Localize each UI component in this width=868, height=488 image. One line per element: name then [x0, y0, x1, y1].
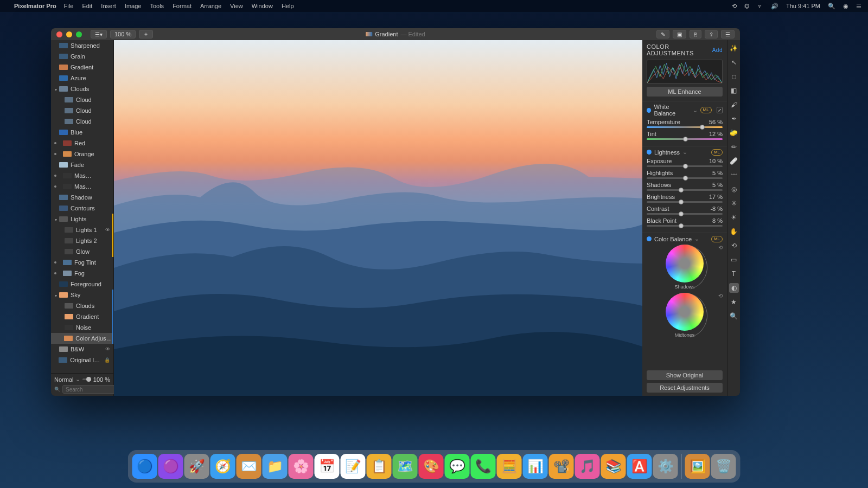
exposure-slider[interactable]: [647, 165, 723, 167]
dock-app[interactable]: 🅰️: [627, 454, 652, 479]
layer-row[interactable]: Cloud: [51, 94, 113, 105]
layer-row[interactable]: Azure: [51, 73, 113, 84]
midtones-color-wheel[interactable]: ⟲Midtones: [647, 293, 723, 338]
distort-tool-icon[interactable]: 〰: [729, 170, 739, 180]
section-toggle-dot[interactable]: [647, 108, 651, 113]
layer-row[interactable]: Fade: [51, 159, 113, 170]
menu-view[interactable]: View: [230, 3, 243, 9]
style-tool-icon[interactable]: ✨: [729, 43, 739, 53]
brightness-slider[interactable]: [647, 201, 723, 203]
layer-row[interactable]: Gradient: [51, 62, 113, 73]
dock-app[interactable]: 🟣: [158, 454, 183, 479]
zoom-level-button[interactable]: 100 %: [110, 30, 136, 38]
dock-app[interactable]: 📞: [471, 454, 496, 479]
crop-tool-button[interactable]: ▣: [673, 30, 686, 38]
inspector-toggle-button[interactable]: ☰: [721, 30, 735, 38]
repair-tool-icon[interactable]: ✋: [729, 227, 739, 236]
layer-row[interactable]: Lights 1👁: [51, 224, 113, 235]
dock-app[interactable]: 🧭: [210, 454, 235, 479]
layer-opacity-slider[interactable]: [82, 378, 91, 380]
add-adjustment-button[interactable]: Add: [712, 47, 723, 53]
airdrop-icon[interactable]: ⏣: [744, 3, 750, 10]
dock-app[interactable]: 📁: [263, 454, 288, 479]
dock-app[interactable]: ✉️: [237, 454, 261, 479]
dock-app[interactable]: 🖼️: [685, 454, 710, 479]
edit-tool-button[interactable]: ✎: [656, 30, 669, 38]
erase-tool-icon[interactable]: 🧽: [729, 128, 739, 138]
layer-row[interactable]: Mas…: [51, 170, 113, 181]
blend-mode-select[interactable]: Normal: [54, 376, 73, 383]
dock-app[interactable]: 🗑️: [711, 454, 736, 479]
dock-app[interactable]: 📚: [601, 454, 626, 479]
eyedropper-icon[interactable]: ⤢: [717, 107, 723, 113]
layer-row[interactable]: Orange: [51, 149, 113, 159]
notification-center-icon[interactable]: ☰: [856, 3, 861, 10]
dock-app[interactable]: 📊: [523, 454, 548, 479]
layer-row[interactable]: Lights 2: [51, 235, 113, 246]
reset-adjustments-button[interactable]: Reset Adjustments: [647, 383, 723, 393]
layer-row[interactable]: Shadow: [51, 192, 113, 203]
layer-row[interactable]: Grain: [51, 51, 113, 62]
menu-image[interactable]: Image: [125, 3, 142, 9]
clone-tool-icon[interactable]: ◎: [729, 184, 739, 194]
dock-app[interactable]: 📽️: [549, 454, 574, 479]
marquee-tool-icon[interactable]: ◻: [729, 72, 739, 81]
layer-row[interactable]: Blue: [51, 127, 113, 138]
favorites-tool-icon[interactable]: ★: [729, 297, 739, 307]
dock-app[interactable]: 🧮: [497, 454, 522, 479]
layer-row[interactable]: Clouds: [51, 300, 113, 311]
minimize-button[interactable]: [66, 31, 72, 37]
shape-tool-icon[interactable]: ▭: [729, 255, 739, 265]
effects-tool-icon[interactable]: ✳: [729, 198, 739, 208]
layer-row[interactable]: Noise: [51, 322, 113, 333]
dock-app[interactable]: 🎵: [575, 454, 600, 479]
spotlight-icon[interactable]: 🔍: [828, 3, 835, 10]
dock-app[interactable]: 🚀: [184, 454, 209, 479]
type-tool-icon[interactable]: ✏: [729, 142, 739, 152]
color-adjustments-tool-icon[interactable]: ◐: [729, 283, 739, 293]
dock-app[interactable]: 🔵: [132, 454, 157, 479]
sidebar-toggle-button[interactable]: ☰▾: [91, 30, 107, 38]
ml-badge[interactable]: ML: [700, 107, 712, 113]
siri-icon[interactable]: ◉: [843, 3, 848, 10]
reshape-tool-icon[interactable]: ⟲: [729, 241, 739, 251]
dock-app[interactable]: ⚙️: [653, 454, 678, 479]
layer-row[interactable]: Foreground: [51, 279, 113, 290]
text-tool-icon[interactable]: T: [729, 269, 739, 279]
layer-row[interactable]: ▾Sky: [51, 290, 113, 300]
layer-row[interactable]: Red: [51, 138, 113, 149]
dock-app[interactable]: 🎨: [419, 454, 444, 479]
menu-insert[interactable]: Insert: [101, 3, 116, 9]
fullscreen-button[interactable]: [76, 31, 82, 37]
dock-app[interactable]: 💬: [445, 454, 470, 479]
reset-icon[interactable]: ⟲: [718, 245, 723, 251]
export-button[interactable]: ⎘: [690, 30, 701, 38]
layer-row[interactable]: Contours: [51, 203, 113, 214]
contrast-slider[interactable]: [647, 213, 723, 215]
app-name[interactable]: Pixelmator Pro: [14, 3, 56, 9]
layer-row[interactable]: Mas…: [51, 181, 113, 192]
layer-row[interactable]: Original Image🔒: [51, 355, 113, 365]
add-tab-button[interactable]: ＋: [139, 30, 153, 38]
layer-row[interactable]: Cloud: [51, 116, 113, 127]
zoom-tool-icon[interactable]: 🔍: [729, 311, 739, 321]
volume-icon[interactable]: 🔊: [771, 3, 778, 10]
tint-slider[interactable]: [647, 138, 723, 140]
arrange-tool-icon[interactable]: ◧: [729, 86, 739, 95]
pen-tool-icon[interactable]: ✒: [729, 114, 739, 124]
menu-format[interactable]: Format: [173, 3, 192, 9]
retouch-tool-icon[interactable]: 🩹: [729, 156, 739, 166]
layer-row[interactable]: Sharpened: [51, 40, 113, 51]
dock-app[interactable]: 🗺️: [393, 454, 418, 479]
reset-icon[interactable]: ⟲: [718, 293, 723, 299]
shadows-slider[interactable]: [647, 189, 723, 191]
dock-app[interactable]: 📝: [341, 454, 366, 479]
layer-row[interactable]: B&W👁: [51, 344, 113, 355]
menu-edit[interactable]: Edit: [82, 3, 92, 9]
layer-row[interactable]: Fog Tint: [51, 257, 113, 268]
shadows-color-wheel[interactable]: ⟲Shadows: [647, 245, 723, 290]
dock-app[interactable]: 🌸: [289, 454, 314, 479]
share-button[interactable]: ⇪: [705, 30, 718, 38]
menu-tools[interactable]: Tools: [150, 3, 164, 9]
timemachine-icon[interactable]: ⟲: [732, 3, 737, 10]
